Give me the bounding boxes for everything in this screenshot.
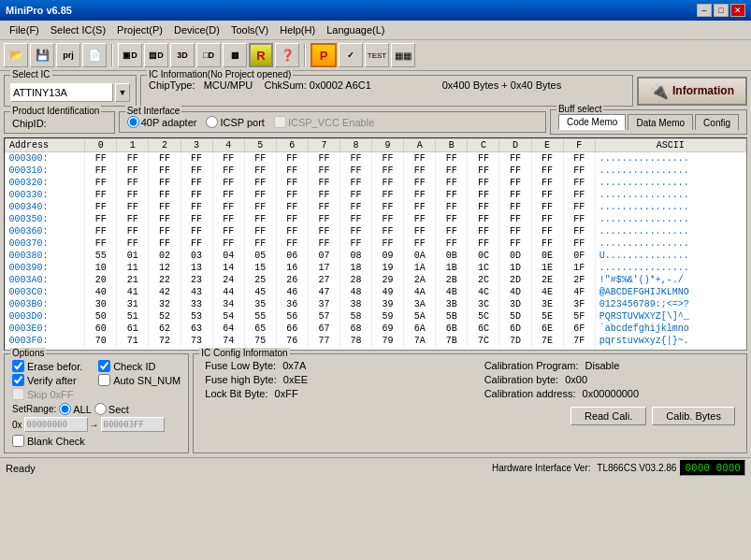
- radio-40p-input[interactable]: [127, 116, 139, 128]
- hex-byte: 10: [85, 262, 117, 274]
- toolbar-help-btn[interactable]: ❓: [275, 43, 299, 67]
- toolbar-test-btn[interactable]: TEST: [365, 43, 389, 67]
- hex-byte: 0B: [436, 250, 468, 262]
- menu-file[interactable]: File(F): [4, 22, 45, 37]
- hex-byte: 72: [149, 335, 181, 347]
- icsp-vcc-label: ICSP_VCC Enable: [288, 117, 374, 128]
- cb-verify[interactable]: [12, 374, 24, 386]
- hex-ascii: ................: [595, 201, 745, 213]
- opt-check-id[interactable]: Check ID: [98, 360, 181, 372]
- hex-ascii: `abcdefghijklmno: [595, 323, 745, 335]
- hex-byte: FF: [212, 189, 244, 201]
- read-cali-button[interactable]: Read Cali.: [570, 407, 646, 425]
- hex-byte: 50: [85, 310, 117, 323]
- opt-erase[interactable]: Erase befor.: [12, 360, 94, 372]
- cb-blank-check[interactable]: [12, 435, 24, 447]
- range-all[interactable]: ALL: [59, 403, 92, 415]
- menu-device[interactable]: Device(D): [168, 22, 225, 37]
- hex-byte: FF: [531, 165, 563, 177]
- radio-icsp[interactable]: ICSP port: [206, 116, 265, 128]
- range-to-input[interactable]: [101, 417, 165, 432]
- info-btn-label: Information: [672, 84, 734, 97]
- ic-config-cal-byte: Calibration byte: 0x00: [484, 374, 735, 385]
- hex-byte: FF: [436, 201, 468, 213]
- hex-byte: FF: [181, 189, 212, 201]
- close-button[interactable]: ✕: [730, 4, 745, 17]
- hex-byte: 29: [372, 274, 404, 286]
- ic-dropdown-btn[interactable]: ▼: [115, 83, 130, 102]
- toolbar-read-btn[interactable]: ▣D: [118, 43, 142, 67]
- hex-byte: 37: [308, 298, 339, 310]
- hex-byte: 07: [308, 250, 339, 262]
- col-header-4: 4: [212, 139, 244, 152]
- toolbar-r-btn[interactable]: R: [249, 43, 273, 67]
- hex-table-scroll[interactable]: Address 0 1 2 3 4 5 6 7 8 9 A B C: [5, 138, 746, 350]
- ox-label: 0x: [12, 420, 22, 430]
- cb-erase-label: Erase befor.: [27, 361, 82, 372]
- radio-40p[interactable]: 40P adapter: [127, 116, 197, 128]
- range-sect[interactable]: Sect: [94, 403, 129, 415]
- cb-skip-oxff[interactable]: [12, 388, 24, 400]
- ic-config-label: IC Config Informaton: [199, 348, 289, 358]
- hex-byte: FF: [308, 152, 339, 165]
- buff-tabs: Code Memo Data Memo Config: [558, 114, 739, 130]
- tab-data-memo[interactable]: Data Memo: [628, 114, 693, 130]
- toolbar-program-btn[interactable]: P: [311, 43, 337, 67]
- toolbar-ic-btn[interactable]: ▦▦: [391, 43, 415, 67]
- hex-byte: FF: [212, 237, 244, 250]
- range-from-input[interactable]: [24, 417, 88, 432]
- toolbar-project-btn[interactable]: prj: [56, 43, 80, 67]
- maximize-button[interactable]: □: [714, 4, 729, 17]
- cb-check-id[interactable]: [98, 360, 110, 372]
- hex-byte: FF: [404, 152, 436, 165]
- toolbar-chip-btn[interactable]: □D: [196, 43, 221, 67]
- col-header-1: 1: [117, 139, 149, 152]
- icsp-vcc-checkbox[interactable]: [274, 116, 286, 128]
- hex-byte: FF: [499, 152, 531, 165]
- hex-byte: FF: [372, 189, 404, 201]
- hex-byte: 36: [276, 298, 308, 310]
- toolbar-write-btn[interactable]: ▤D: [144, 43, 168, 67]
- opt-auto-sn[interactable]: Auto SN_NUM: [98, 374, 181, 386]
- toolbar-auto-btn[interactable]: 3D: [170, 43, 195, 67]
- set-range-row: SetRange: ALL Sect: [12, 403, 181, 415]
- toolbar-save-btn[interactable]: 💾: [30, 43, 54, 67]
- hex-byte: FF: [339, 152, 371, 165]
- hex-byte: 1D: [499, 262, 531, 274]
- hex-byte: FF: [531, 225, 563, 237]
- hex-byte: FF: [181, 177, 212, 189]
- menu-project[interactable]: Project(P): [111, 22, 168, 37]
- range-sect-input[interactable]: [94, 403, 107, 415]
- hex-byte: FF: [85, 189, 117, 201]
- toolbar-print-btn[interactable]: 📄: [82, 43, 107, 67]
- cb-auto-sn[interactable]: [98, 374, 110, 386]
- range-all-input[interactable]: [59, 403, 71, 415]
- hex-byte: FF: [308, 165, 339, 177]
- radio-icsp-input[interactable]: [206, 116, 218, 128]
- menu-tools[interactable]: Tools(V): [225, 22, 274, 37]
- menu-help[interactable]: Help(H): [274, 22, 321, 37]
- menu-select-ic[interactable]: Select IC(S): [45, 22, 111, 37]
- menu-language[interactable]: Language(L): [321, 22, 390, 37]
- opt-blank-check[interactable]: Blank Check: [12, 435, 181, 447]
- cb-erase[interactable]: [12, 360, 24, 372]
- tab-code-memo[interactable]: Code Memo: [558, 114, 626, 130]
- options-grid: Erase befor. Check ID Verify after Auto …: [12, 360, 181, 400]
- hex-byte: 21: [117, 274, 149, 286]
- ic-select-input[interactable]: [10, 83, 113, 102]
- hex-byte: 78: [339, 335, 371, 347]
- hex-byte: FF: [531, 201, 563, 213]
- hex-byte: 13: [181, 262, 212, 274]
- toolbar-fill-btn[interactable]: ▦: [223, 43, 247, 67]
- calib-bytes-button[interactable]: Calib. Bytes: [652, 407, 735, 425]
- opt-verify[interactable]: Verify after: [12, 374, 94, 386]
- tab-config[interactable]: Config: [695, 114, 739, 130]
- minimize-button[interactable]: –: [697, 4, 712, 17]
- table-row: 000340:FFFFFFFFFFFFFFFFFFFFFFFFFFFFFFFF.…: [6, 201, 746, 213]
- hex-byte: FF: [499, 225, 531, 237]
- toolbar-verify-btn[interactable]: ✓: [339, 43, 363, 67]
- hex-byte: 49: [372, 286, 404, 298]
- ic-size-val: 0x400 Bytes + 0x40 Bytes: [442, 79, 625, 91]
- toolbar-open-btn[interactable]: 📂: [4, 43, 28, 67]
- information-button[interactable]: 🔌 Information: [637, 77, 747, 106]
